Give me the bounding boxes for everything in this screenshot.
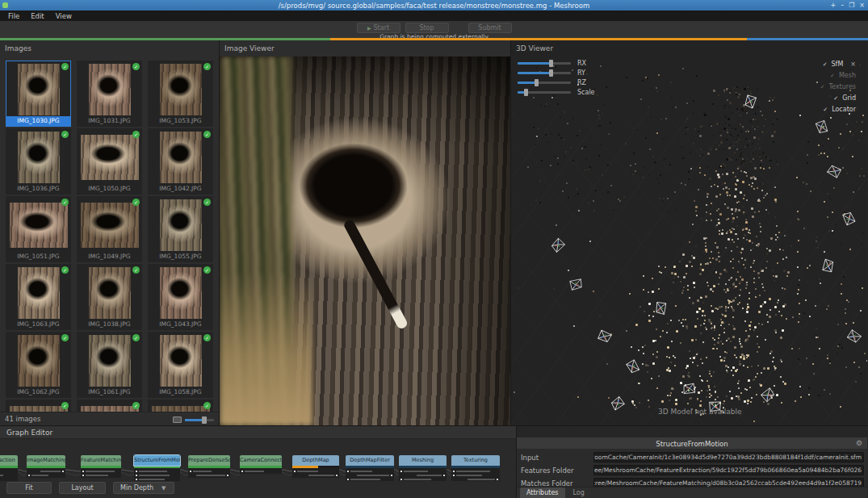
cloud-point xyxy=(861,131,862,132)
image-thumbnail[interactable]: ✓IMG_1043.JPG xyxy=(148,264,213,330)
graph-node-structurefrommotion[interactable]: StructureFromMotion xyxy=(134,455,180,481)
cloud-point xyxy=(792,316,794,318)
cloud-point xyxy=(772,270,774,271)
graph-node-texturing[interactable]: Texturing xyxy=(451,455,500,481)
menu-edit[interactable]: Edit xyxy=(26,11,48,21)
graph-node-depthmap[interactable]: DepthMap xyxy=(292,455,339,478)
image-thumbnail[interactable]: ✓IMG_1051.JPG xyxy=(6,196,71,262)
rz-slider[interactable]: RZ xyxy=(518,79,586,86)
rx-slider[interactable]: RX xyxy=(518,60,586,67)
image-thumbnail[interactable]: ✓IMG_1030.JPG xyxy=(6,61,71,127)
cloud-point xyxy=(686,118,688,119)
menu-file[interactable]: File xyxy=(3,11,24,21)
cloud-point xyxy=(758,323,760,324)
minimize-button[interactable]: – xyxy=(841,2,844,9)
toggle-textures[interactable]: ✓Textures xyxy=(820,83,856,90)
toggle-mesh[interactable]: ✓Mesh xyxy=(830,72,856,79)
cloud-point xyxy=(745,258,747,260)
slider-handle[interactable] xyxy=(524,89,528,96)
image-thumbnail[interactable]: ✓IMG_1031.JPG xyxy=(77,61,142,127)
depth-mode-dropdown[interactable]: Min Depth▼ xyxy=(113,482,174,494)
cloud-point xyxy=(658,74,660,76)
close-button[interactable]: × xyxy=(859,2,865,9)
stop-button[interactable]: Stop xyxy=(405,23,449,33)
tab-attributes[interactable]: Attributes xyxy=(520,488,565,498)
cloud-point xyxy=(700,400,702,402)
attr-value-field[interactable]: eshroomCache/CameraInit/1c3e08934d5d9e72… xyxy=(593,452,864,462)
close-icon[interactable]: × xyxy=(850,61,856,68)
cloud-point xyxy=(856,121,858,123)
cloud-point xyxy=(732,136,733,137)
graph-node-featurematching[interactable]: FeatureMatching xyxy=(81,455,121,478)
cloud-point xyxy=(589,166,591,168)
image-thumbnail[interactable]: ✓IMG_1058.JPG xyxy=(148,332,213,398)
cloud-point xyxy=(820,153,822,154)
graph-node-cameraconnection[interactable]: CameraConnection xyxy=(240,455,282,474)
cloud-point xyxy=(797,266,799,268)
fit-button[interactable]: Fit xyxy=(6,482,52,494)
thumbnail-size-slider[interactable] xyxy=(185,419,214,421)
graph-canvas[interactable]: FeatureExtractionImageMatchingFeatureMat… xyxy=(0,439,516,481)
image-thumbnail[interactable]: ✓IMG_1050.JPG xyxy=(77,128,142,195)
image-thumbnail[interactable]: ✓IMG_1062.JPG xyxy=(6,332,71,398)
layout-button[interactable]: Layout xyxy=(59,482,106,494)
attr-value-field[interactable]: nstree/MeshroomCache/FeatureExtraction/5… xyxy=(593,465,864,475)
graph-node-imagematching[interactable]: ImageMatching xyxy=(27,455,65,478)
slider-handle[interactable] xyxy=(549,69,553,77)
graph-node-meshing[interactable]: Meshing xyxy=(399,455,447,481)
submit-button[interactable]: Submit xyxy=(468,23,512,33)
toggle-sfm[interactable]: ✓SfM× xyxy=(823,61,856,68)
cloud-point xyxy=(685,184,686,186)
pin-button[interactable]: + xyxy=(830,2,836,9)
scale-slider[interactable]: Scale xyxy=(518,89,595,96)
cloud-point xyxy=(707,380,708,382)
image-thumbnail[interactable]: ✓IMG_1055.JPG xyxy=(148,196,213,262)
cloud-point xyxy=(841,347,843,349)
cloud-point xyxy=(832,230,833,232)
cloud-point xyxy=(682,68,684,69)
ry-slider[interactable]: RY xyxy=(518,69,585,77)
tab-log[interactable]: Log xyxy=(567,488,591,498)
image-thumbnail[interactable]: ✓IMG_1053.JPG xyxy=(148,61,213,127)
slider-handle[interactable] xyxy=(549,60,553,67)
start-button[interactable]: ▶Start xyxy=(357,23,400,33)
image-thumbnail[interactable]: ✓IMG_1061.JPG xyxy=(77,332,142,398)
toggle-grid[interactable]: ✓Grid xyxy=(833,94,856,102)
thumbnail-size-handle[interactable] xyxy=(202,416,207,424)
cloud-point xyxy=(642,363,644,365)
image-thumbnail[interactable]: ✓IMG_1038.JPG xyxy=(77,264,142,330)
graph-node-featureextraction[interactable]: FeatureExtraction xyxy=(0,455,18,481)
cloud-point xyxy=(757,126,759,128)
image-viewer-canvas[interactable] xyxy=(220,56,510,425)
viewer-3d-panel[interactable]: 3D Viewer RXRYRZScale ✓SfM×✓Mesh✓Texture… xyxy=(511,40,867,425)
cloud-point xyxy=(738,380,740,382)
slider-handle[interactable] xyxy=(535,79,539,86)
cloud-point xyxy=(714,184,715,186)
cloud-point xyxy=(757,107,759,108)
cloud-point xyxy=(715,153,716,154)
toggle-locator[interactable]: ✓Locator xyxy=(823,106,856,113)
cloud-point xyxy=(753,379,754,381)
image-thumbnail[interactable]: ✓IMG_1036.JPG xyxy=(6,128,71,195)
cloud-point xyxy=(743,160,745,162)
image-thumbnail[interactable]: ✓IMG_1042.JPG xyxy=(148,128,213,195)
image-thumbnail[interactable]: ✓ xyxy=(6,400,71,412)
menu-view[interactable]: View xyxy=(51,11,77,21)
cloud-point xyxy=(736,159,737,161)
cloud-point xyxy=(737,303,739,305)
cloud-point xyxy=(728,238,730,241)
image-thumbnail[interactable]: ✓ xyxy=(148,400,213,412)
cloud-point xyxy=(694,200,695,202)
gear-icon[interactable]: ⚙ xyxy=(856,439,862,447)
graph-node-depthmapfilter[interactable]: DepthMapFilter xyxy=(346,455,394,481)
cloud-point xyxy=(732,154,734,156)
graph-node-preparedensescene[interactable]: PrepareDenseScene xyxy=(188,455,230,478)
image-thumbnail[interactable]: ✓ xyxy=(77,400,142,412)
maximize-button[interactable]: ❐ xyxy=(849,2,854,9)
cloud-point xyxy=(746,199,748,201)
camera-frustum-icon xyxy=(758,386,778,405)
cloud-point xyxy=(761,372,762,374)
cloud-point xyxy=(740,115,741,116)
image-thumbnail[interactable]: ✓IMG_1049.JPG xyxy=(77,196,142,262)
image-thumbnail[interactable]: ✓IMG_1063.JPG xyxy=(6,264,71,330)
